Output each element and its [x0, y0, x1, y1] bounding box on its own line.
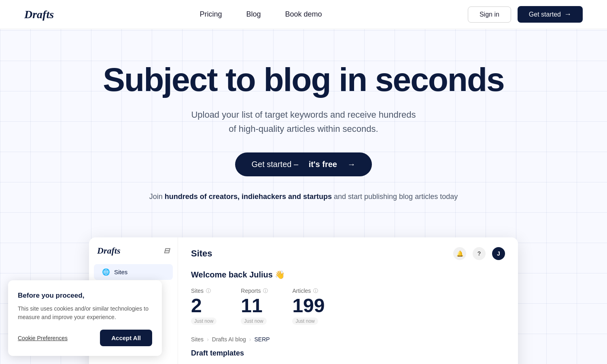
stat-reports-value: 11: [241, 296, 268, 315]
stat-reports-label: Reports ⓘ: [241, 288, 268, 294]
breadcrumb-sep-2: ›: [249, 336, 251, 343]
nav-logo: Drafts: [24, 8, 54, 21]
breadcrumb-serp[interactable]: SERP: [255, 336, 270, 343]
stat-sites-info-icon: ⓘ: [206, 288, 211, 294]
hero-join-before: Join: [149, 193, 163, 201]
nav-link-blog[interactable]: Blog: [246, 10, 261, 18]
nav-actions: Sign in Get started →: [468, 6, 583, 23]
nav-links: Pricing Blog Book demo: [200, 10, 322, 19]
breadcrumb-sep-1: ›: [207, 336, 209, 343]
cookie-title: Before you proceed,: [18, 292, 152, 300]
hero-cta-button[interactable]: Get started – it's free →: [235, 152, 371, 176]
stat-reports-time: Just now: [241, 317, 266, 325]
avatar[interactable]: J: [492, 247, 505, 260]
hero-join-after: and start publishing blog articles today: [334, 193, 458, 201]
header-icons: 🔔 ? J: [453, 247, 505, 260]
navbar: Drafts Pricing Blog Book demo Sign in Ge…: [0, 0, 607, 29]
breadcrumb-sites[interactable]: Sites: [191, 336, 204, 343]
stat-sites: Sites ⓘ 2 Just now: [191, 288, 216, 325]
hero-title: Subject to blog in seconds: [24, 61, 583, 98]
bell-icon[interactable]: 🔔: [453, 247, 466, 260]
help-icon[interactable]: ?: [473, 247, 486, 260]
hero-subtitle: Upload your list of target keywords and …: [24, 108, 583, 136]
welcome-text: Welcome back Julius 👋: [191, 270, 505, 279]
hero-subtitle-line2: of high-quality articles within seconds.: [229, 124, 378, 134]
sidebar-logo-text: Drafts: [97, 245, 120, 256]
getstarted-arrow-icon: →: [564, 10, 571, 19]
main-content: Sites 🔔 ? J Welcome back Julius 👋 Sites …: [178, 237, 518, 364]
main-header: Sites 🔔 ? J: [191, 247, 505, 260]
sidebar-logo: Drafts ⊟: [89, 245, 178, 264]
hero-cta-bold: it's free: [309, 160, 337, 169]
hero-subtitle-line1: Upload your list of target keywords and …: [191, 110, 416, 120]
hero-section: Subject to blog in seconds Upload your l…: [0, 29, 607, 237]
hero-join-bold: hundreds of creators, indiehackers and s…: [165, 193, 332, 201]
stat-articles-label: Articles ⓘ: [292, 288, 325, 294]
main-page-title: Sites: [191, 248, 212, 259]
stat-reports: Reports ⓘ 11 Just now: [241, 288, 268, 325]
sidebar-toggle-icon[interactable]: ⊟: [163, 246, 170, 255]
globe-icon: 🌐: [102, 268, 110, 276]
breadcrumb: Sites › Drafts AI blog › SERP: [191, 336, 505, 343]
cookie-accept-button[interactable]: Accept All: [100, 330, 152, 346]
sidebar-item-sites[interactable]: 🌐 Sites: [94, 264, 173, 280]
stat-sites-label: Sites ⓘ: [191, 288, 216, 294]
stat-articles-value: 199: [292, 296, 325, 315]
getstarted-label: Get started: [529, 11, 561, 18]
hero-cta-arrow-icon: →: [348, 160, 356, 169]
stat-sites-value: 2: [191, 296, 216, 315]
stat-sites-time: Just now: [191, 317, 216, 325]
hero-join-text: Join hundreds of creators, indiehackers …: [24, 193, 583, 201]
stat-articles-time: Just now: [292, 317, 318, 325]
hero-cta-label: Get started –: [251, 160, 298, 169]
section-title: Draft templates: [191, 349, 505, 358]
cookie-actions: Cookie Preferences Accept All: [18, 330, 152, 346]
cookie-banner: Before you proceed, This site uses cooki…: [8, 280, 162, 356]
nav-link-pricing[interactable]: Pricing: [200, 10, 222, 18]
getstarted-button[interactable]: Get started →: [518, 6, 583, 23]
cookie-text: This site uses cookies and/or similar te…: [18, 305, 152, 322]
sidebar-item-label: Sites: [114, 269, 127, 275]
stat-articles-info-icon: ⓘ: [313, 288, 318, 294]
stat-reports-info-icon: ⓘ: [263, 288, 268, 294]
signin-button[interactable]: Sign in: [468, 6, 511, 23]
nav-link-book-demo[interactable]: Book demo: [285, 10, 322, 18]
stat-articles: Articles ⓘ 199 Just now: [292, 288, 325, 325]
stats-row: Sites ⓘ 2 Just now Reports ⓘ 11 Just now: [191, 288, 505, 325]
cookie-preferences-button[interactable]: Cookie Preferences: [18, 335, 68, 341]
breadcrumb-drafts-ai-blog[interactable]: Drafts AI blog: [212, 336, 246, 343]
